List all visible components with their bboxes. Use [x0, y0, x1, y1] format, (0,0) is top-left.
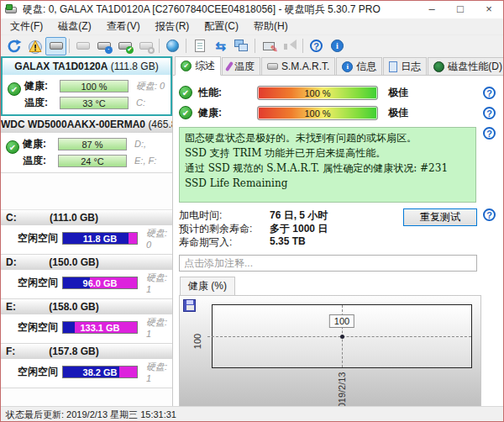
tab-bar: ✔综述 温度 S.M.A.R.T. i信息 日志 磁盘性能(D) 警报(A) [173, 56, 503, 76]
title-bar: 硬盘: 0, GALAX TA1D0120A [C27607840CEE0481… [1, 1, 503, 18]
sync-arrows-icon[interactable]: ⇆ [210, 37, 231, 55]
device-header: WDC WD5000AAKX-00ERMA0 (465.8 GB) [1, 116, 172, 133]
app-window: 硬盘: 0, GALAX TA1D0120A [C27607840CEE0481… [0, 0, 504, 422]
partition-item-f[interactable]: F:(157.8 GB) 空闲空间 38.2 GB 硬盘: 1 [1, 344, 172, 388]
retest-button[interactable]: 重复测试 [403, 208, 477, 226]
help-icon[interactable]: ? [483, 107, 496, 119]
ssd-status-text: 固态硬盘状态是极好的。未找到有问题的或坏扇区。 SSD 支持 TRIM 功能并已… [179, 127, 476, 203]
help-icon[interactable]: ? [483, 127, 496, 140]
tab-disk-performance[interactable]: 磁盘性能(D) [428, 57, 504, 75]
tab-label: 温度 [234, 60, 255, 74]
device-name: GALAX TA1D0120A [14, 61, 108, 72]
free-space-bar: 133.1 GB [62, 321, 138, 334]
chart-tab-row: 健康 (%) [179, 277, 499, 295]
chart-y-tick: 100 [192, 334, 202, 349]
power-on-value: 76 日, 5 小时 [270, 208, 328, 222]
health-bar: 87 % [58, 138, 127, 150]
menu-help[interactable]: 帮助(H) [246, 18, 296, 35]
free-space-label: 空闲空间 [18, 276, 58, 290]
report-document-icon[interactable] [189, 37, 210, 55]
drive-letters: D:, [134, 139, 146, 149]
tab-label: 综述 [195, 59, 215, 73]
minimize-button[interactable]: – [417, 1, 446, 18]
menu-report[interactable]: 报告(R) [148, 18, 197, 35]
toolbar-separator [302, 39, 303, 53]
device-size: (111.8 GB) [111, 61, 159, 72]
gauge-icon [433, 61, 444, 72]
menu-bar: 文件(F) 磁盘(Z) 查看(V) 报告(R) 配置(C) 帮助(H) [1, 18, 503, 35]
status-last-updated: 状态最后更新: 2019/2/13 星期三 15:31:31 [6, 409, 176, 419]
tab-information[interactable]: i信息 [336, 57, 382, 75]
drive-letters: C: [136, 98, 145, 108]
message-monitor-pencil-icon[interactable]: ✎ [258, 37, 279, 55]
menu-view[interactable]: 查看(V) [99, 18, 148, 35]
save-chart-icon[interactable] [183, 299, 196, 312]
performance-label: 性能: [198, 86, 257, 100]
close-button[interactable]: × [475, 1, 503, 18]
toolbar: · ✔ ⇆ ✎ ? i [1, 35, 503, 56]
sidebar-spacer [1, 173, 172, 210]
device-item-wdc[interactable]: WDC WD5000AAKX-00ERMA0 (465.8 GB) ✔ 健康: … [1, 116, 172, 173]
detect-disk-icon[interactable] [72, 37, 93, 55]
disk-number: 硬盘: 0 [146, 227, 169, 250]
tab-overview[interactable]: ✔综述 [175, 56, 221, 76]
disk-check-icon[interactable]: ✔ [114, 37, 135, 55]
remaining-label: 预计的剩余寿命: [179, 222, 270, 235]
sound-speaker-icon[interactable] [279, 37, 300, 55]
menu-config[interactable]: 配置(C) [197, 18, 246, 35]
health-bar: 100 % [257, 106, 378, 120]
disk-clock-icon[interactable]: · [93, 37, 114, 55]
chart-data-point [340, 335, 344, 339]
status-line: 通过 SSD 规范的 S.M.A.R.T. 属性确定的健康状况: #231 SS… [185, 161, 470, 191]
main-panel: ✔综述 温度 S.M.A.R.T. i信息 日志 磁盘性能(D) 警报(A) ✔… [173, 56, 503, 406]
log-icon [389, 61, 397, 72]
status-bar: 状态最后更新: 2019/2/13 星期三 15:31:31 [1, 406, 503, 421]
maximize-button[interactable]: □ [446, 1, 475, 18]
network-globe-icon[interactable] [162, 37, 183, 55]
chart-tab-health[interactable]: 健康 (%) [180, 277, 235, 295]
free-space-value: 96.0 GB [63, 277, 137, 288]
remote-monitors-icon[interactable] [231, 37, 252, 55]
partition-item-d[interactable]: D:(150.0 GB) 空闲空间 96.0 GB 硬盘: 1 [1, 255, 172, 299]
alert-warning-icon[interactable] [24, 37, 45, 55]
tab-temperature[interactable]: 温度 [222, 57, 260, 75]
health-rating: 极佳 [388, 106, 408, 120]
status-line: SSD 支持 TRIM 功能并已开启来提高性能。 [185, 145, 470, 161]
device-item-galax[interactable]: GALAX TA1D0120A (111.8 GB) ✔ 健康: 100 % 硬… [1, 56, 172, 116]
app-icon [5, 4, 18, 15]
help-icon[interactable]: ? [483, 87, 496, 99]
status-line: 固态硬盘状态是极好的。未找到有问题的或坏扇区。 [185, 130, 470, 145]
health-bar: 100 % [60, 80, 129, 92]
disk-number: 硬盘: 1 [146, 272, 169, 294]
partition-size: (150.0 GB) [1, 255, 147, 270]
tab-log[interactable]: 日志 [383, 57, 427, 75]
free-space-value: 133.1 GB [63, 322, 137, 333]
toolbar-separator [255, 39, 255, 53]
partition-item-c[interactable]: C:(111.0 GB) 空闲空间 11.8 GB 硬盘: 0 [1, 210, 172, 255]
overview-disk-icon[interactable] [45, 37, 66, 55]
refresh-icon[interactable] [3, 37, 24, 55]
menu-file[interactable]: 文件(F) [3, 18, 50, 35]
health-history-chart: 100 100 2019/2/13 [179, 295, 481, 406]
partition-size: (158.0 GB) [1, 299, 147, 314]
comment-input[interactable] [179, 255, 477, 272]
temp-bar: 33 °C [60, 97, 129, 109]
free-space-value: 38.2 GB [63, 367, 137, 377]
help-question-icon[interactable]: ? [306, 37, 327, 55]
tab-smart[interactable]: S.M.A.R.T. [261, 57, 335, 75]
free-space-label: 空闲空间 [18, 320, 58, 335]
partition-item-e[interactable]: E:(158.0 GB) 空闲空间 133.1 GB 硬盘: 1 [1, 299, 172, 344]
temp-bar: 24 °C [58, 155, 127, 167]
help-icon[interactable]: ? [483, 208, 496, 221]
free-space-label: 空闲空间 [18, 365, 58, 379]
window-title: 硬盘: 0, GALAX TA1D0120A [C27607840CEE0481… [23, 3, 381, 17]
disk-search-icon[interactable] [135, 37, 156, 55]
health-label: 健康: [23, 137, 56, 151]
menu-disk[interactable]: 磁盘(Z) [50, 18, 98, 35]
written-value: 5.35 TB [270, 235, 306, 249]
info-balloon-icon[interactable]: i [327, 37, 348, 55]
disk-sidebar: GALAX TA1D0120A (111.8 GB) ✔ 健康: 100 % 硬… [1, 56, 173, 406]
chart-point-label: 100 [329, 314, 354, 328]
device-size: (465.8 GB) [148, 119, 172, 130]
performance-row: ✔ 性能: 100 % 极佳 ? [179, 82, 499, 103]
